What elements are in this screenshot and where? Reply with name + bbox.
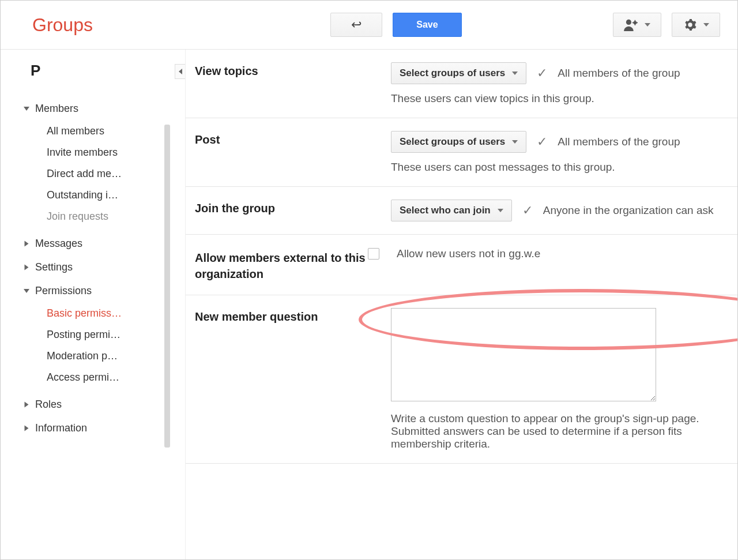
section-allow-external: Allow members external to this organizat… xyxy=(186,235,737,295)
nav-item-moderation-permissions[interactable]: Moderation p… xyxy=(47,345,145,367)
sidebar: P Members All members Invite members Dir… xyxy=(1,50,185,559)
sidebar-title-letter: P xyxy=(31,62,40,80)
nav-group-members[interactable]: Members xyxy=(24,97,185,121)
member-question-textarea[interactable] xyxy=(391,308,656,401)
content-body: P Members All members Invite members Dir… xyxy=(1,50,737,559)
chevron-down-icon xyxy=(512,140,518,144)
back-arrow-icon: ↩ xyxy=(351,17,362,32)
nav-item-posting-permissions[interactable]: Posting permi… xyxy=(47,324,145,345)
nav-item-join-requests[interactable]: Join requests xyxy=(47,206,145,227)
nav-group-label: Roles xyxy=(35,399,62,411)
svg-rect-2 xyxy=(635,20,636,21)
help-text: Write a custom question to appear on the… xyxy=(391,412,714,450)
save-button[interactable]: Save xyxy=(393,13,462,37)
chevron-right-icon xyxy=(25,402,29,408)
join-dropdown[interactable]: Select who can join xyxy=(391,200,512,221)
svg-rect-3 xyxy=(635,24,636,25)
section-body: Write a custom question to appear on the… xyxy=(391,308,714,450)
chevron-right-icon xyxy=(25,265,29,270)
chevron-right-icon xyxy=(25,241,29,247)
nav-group-label: Members xyxy=(35,103,78,115)
selected-value: Anyone in the organization can ask xyxy=(543,204,714,217)
dropdown-row: Select groups of users ✓ All members of … xyxy=(391,131,714,153)
nav-group-label: Information xyxy=(35,422,87,434)
header-action-group: ↩ Save xyxy=(330,13,462,37)
nav-item-invite-members[interactable]: Invite members xyxy=(47,142,145,163)
section-view-topics: View topics Select groups of users ✓ All… xyxy=(186,50,737,118)
section-label: Post xyxy=(195,131,391,174)
nav-item-outstanding-invites[interactable]: Outstanding i… xyxy=(47,185,145,206)
selected-value: All members of the group xyxy=(558,67,680,80)
section-post: Post Select groups of users ✓ All member… xyxy=(186,118,737,187)
help-text: These users can post messages to this gr… xyxy=(391,161,714,174)
nav-group-roles[interactable]: Roles xyxy=(24,393,185,416)
section-body: Select who can join ✓ Anyone in the orga… xyxy=(391,200,714,221)
nav-item-all-members[interactable]: All members xyxy=(47,121,145,142)
section-body: Allow new users not in gg.w.e xyxy=(368,247,714,282)
checkbox-row: Allow new users not in gg.w.e xyxy=(368,247,714,260)
chevron-down-icon xyxy=(703,23,709,27)
help-text: These users can view topics in this grou… xyxy=(391,92,714,105)
collapse-sidebar-button[interactable] xyxy=(175,64,185,79)
sidebar-scrollbar[interactable] xyxy=(164,125,170,448)
section-label: Join the group xyxy=(195,200,391,221)
chevron-down-icon xyxy=(512,72,518,75)
nav-group-information[interactable]: Information xyxy=(24,416,185,440)
view-topics-dropdown[interactable]: Select groups of users xyxy=(391,62,526,84)
nav-group-label: Messages xyxy=(35,238,82,250)
post-dropdown[interactable]: Select groups of users xyxy=(391,131,526,153)
dropdown-label: Select groups of users xyxy=(400,67,505,79)
nav-group-permissions[interactable]: Permissions xyxy=(24,279,185,303)
chevron-down-icon xyxy=(24,107,29,111)
chevron-down-icon xyxy=(24,289,29,293)
svg-point-0 xyxy=(626,20,631,25)
settings-button[interactable] xyxy=(672,13,720,37)
manage-members-button[interactable] xyxy=(613,13,661,37)
section-label: View topics xyxy=(195,62,391,105)
selected-value: All members of the group xyxy=(558,136,680,148)
chevron-down-icon xyxy=(498,209,503,212)
person-gear-icon xyxy=(624,18,639,31)
check-icon: ✓ xyxy=(537,67,547,80)
dropdown-row: Select who can join ✓ Anyone in the orga… xyxy=(391,200,714,221)
nav-item-direct-add[interactable]: Direct add me… xyxy=(47,163,145,185)
dropdown-label: Select who can join xyxy=(400,205,491,216)
allow-external-checkbox[interactable] xyxy=(368,248,379,260)
dropdown-label: Select groups of users xyxy=(400,136,505,148)
gear-icon xyxy=(683,18,698,31)
section-join-group: Join the group Select who can join ✓ Any… xyxy=(186,187,737,235)
nav-group-settings[interactable]: Settings xyxy=(24,255,185,279)
chevron-down-icon xyxy=(645,23,650,27)
section-label: Allow members external to this organizat… xyxy=(195,247,368,282)
check-icon: ✓ xyxy=(522,204,533,217)
back-button[interactable]: ↩ xyxy=(330,13,382,37)
svg-rect-5 xyxy=(637,22,638,24)
nav-group-label: Settings xyxy=(35,261,73,273)
dropdown-row: Select groups of users ✓ All members of … xyxy=(391,62,714,84)
app-brand: Groups xyxy=(32,14,179,36)
nav-group-label: Permissions xyxy=(35,285,92,297)
nav-group-permissions-items: Basic permiss… Posting permi… Moderation… xyxy=(24,303,185,393)
header-tools-group xyxy=(613,13,720,37)
section-label: New member question xyxy=(195,308,391,450)
section-body: Select groups of users ✓ All members of … xyxy=(391,62,714,105)
checkbox-label: Allow new users not in gg.w.e xyxy=(397,247,540,260)
header-bar: Groups ↩ Save xyxy=(1,1,737,50)
sidebar-header: P xyxy=(1,58,185,97)
nav-item-basic-permissions[interactable]: Basic permiss… xyxy=(47,303,145,324)
nav-item-access-permissions[interactable]: Access permi… xyxy=(47,367,145,388)
main-panel: View topics Select groups of users ✓ All… xyxy=(185,50,737,559)
section-member-question: New member question Write a custom quest… xyxy=(186,295,737,464)
nav-group-members-items: All members Invite members Direct add me… xyxy=(24,121,185,232)
svg-rect-4 xyxy=(632,22,634,24)
check-icon: ✓ xyxy=(537,136,547,148)
section-body: Select groups of users ✓ All members of … xyxy=(391,131,714,174)
chevron-right-icon xyxy=(25,426,29,431)
sidebar-nav: Members All members Invite members Direc… xyxy=(1,97,185,440)
svg-point-1 xyxy=(633,21,637,24)
nav-group-messages[interactable]: Messages xyxy=(24,232,185,255)
